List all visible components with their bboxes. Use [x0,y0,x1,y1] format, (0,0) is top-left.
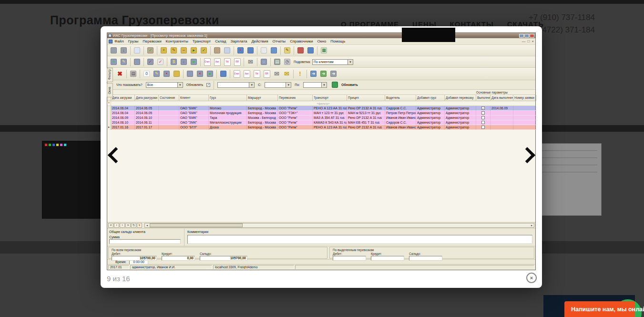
done-checkbox[interactable] [476,116,491,120]
drivers-blue-icon[interactable] [306,46,316,55]
truck-go-icon[interactable]: ▸ [205,69,215,79]
to-combo[interactable]: ▼ [303,82,327,88]
trip-edit-icon[interactable]: ✎ [119,57,129,67]
column-header[interactable]: Добавил груз [416,95,445,101]
chat-widget[interactable]: Напишите нам, мы онлайн! [564,301,635,317]
menu-item-Перевозки[interactable]: Перевозки [143,39,161,43]
menu-item-Отчеты[interactable]: Отчеты [272,39,286,43]
driver-icon[interactable] [218,69,228,79]
cash-register-icon[interactable]: ▤ [272,57,282,67]
forward-green-icon[interactable]: ➜ [318,69,328,79]
truck-pin-icon[interactable]: • [162,69,172,79]
pl-doc-button[interactable]: ПЛ [232,57,242,67]
warning-icon[interactable]: ! [295,69,305,79]
tab-filter[interactable]: Фильтр [107,68,113,82]
auto-update-checkbox[interactable]: ✓ [206,83,210,87]
invoice-doc-button[interactable]: Счет [232,69,242,79]
tn-doc-button[interactable]: ТН [222,57,232,67]
column-header[interactable]: Перевозчик [278,95,313,101]
cargo-add-icon[interactable]: + [159,46,169,55]
grid-last-button[interactable]: » [125,223,131,228]
grid-refresh-button[interactable]: ↻ [131,223,136,228]
trip-confirm-icon[interactable]: ✓ [145,57,155,67]
column-header[interactable]: Добавил перевозку [445,95,476,101]
mail-yellow-icon[interactable]: ✉ [282,69,292,79]
done-checkbox[interactable] [476,120,491,125]
forward-gray-icon[interactable]: ➜ [328,69,338,79]
menu-item-Грузы[interactable]: Грузы [128,39,139,43]
trip-add-icon[interactable]: + [109,57,119,67]
trip-search-icon[interactable]: ◌ [259,57,269,67]
minimize-button[interactable] [519,34,524,38]
package-icon[interactable] [172,69,182,79]
mdi-restore-button[interactable]: □ [527,39,530,43]
period-combo[interactable]: ▼ [217,82,255,88]
cargo-remove-icon[interactable]: − [179,46,189,55]
database-archive-icon[interactable] [109,46,119,55]
doc-edit-icon[interactable]: ✎ [282,46,292,55]
comments-input[interactable] [187,235,532,244]
truck-edit-icon[interactable]: ✎ [152,69,162,79]
menu-item-Справочники[interactable]: Справочники [290,39,313,43]
column-header[interactable]: Прицеп [347,95,385,101]
grid-prev-button[interactable]: ‹ [114,223,119,228]
table-row[interactable]: 2014.06.042014.06.05ОАО "БМК"Молочная пр… [107,111,535,116]
waybill-doc-icon[interactable] [259,46,269,55]
cargo-run-icon[interactable]: ▸ [189,46,199,55]
column-header[interactable]: Состояние [159,95,179,101]
print-icon[interactable]: ▤ [128,69,138,79]
contact-call-icon[interactable]: • [235,46,245,55]
menu-item-Действия[interactable]: Действия [251,39,268,43]
report-green-icon[interactable]: ▦ [319,46,329,55]
truck-cancel-icon[interactable]: × [195,69,205,79]
table-row[interactable]: 2014.06.042014.06.05ОАО "БМК"МолокоБелго… [107,106,535,111]
stopwatch-icon[interactable]: ◷ [282,57,292,67]
lightbox-close-button[interactable]: × [526,273,537,283]
column-header[interactable]: Номер заявки [513,95,536,101]
truck-icon[interactable] [269,46,279,55]
sum-input[interactable] [109,239,181,244]
menu-item-Помощь[interactable]: Помощь [330,39,345,43]
invoice-doc-button[interactable]: Счет [202,57,212,67]
column-header[interactable]: Водитель [385,95,416,101]
trip-cancel-icon[interactable]: ↓ [179,57,189,67]
mail-icon[interactable]: ✉ [245,57,256,67]
forward-blue-icon[interactable]: ➜ [308,69,318,79]
menu-item-Окно[interactable]: Окно [317,39,327,43]
cargo-done-icon[interactable]: ✓ [199,46,209,55]
close-window-button[interactable] [530,34,534,38]
column-header[interactable]: Транспорт [313,95,347,101]
from-combo[interactable]: ▼ [265,82,291,88]
table-row[interactable]: ▸2017.01.162017.01.17ООО "БТЛ"ДоскаБелго… [107,125,535,130]
cargo-edit-icon[interactable]: ✎ [169,46,179,55]
client-icon[interactable] [212,46,222,55]
column-header[interactable]: Груз [209,95,247,101]
mdi-minimize-button[interactable]: — [521,39,525,43]
menu-item-Контрагенты[interactable]: Контрагенты [166,39,188,43]
column-header[interactable]: Клиент [179,95,209,101]
zero-balance-icon[interactable]: 0 [142,69,152,79]
truck-gray-icon[interactable] [185,69,195,79]
table-filter-row[interactable]: ▼ <фильтр> [107,101,535,106]
scrollbar-thumb[interactable] [150,223,243,227]
mail-white-icon[interactable]: ✉ [272,69,282,79]
table-row[interactable]: 2014.06.092014.06.10ОАО "БМК"ТараМосква … [107,116,535,120]
client-alt-icon[interactable] [222,46,232,55]
mdi-close-button[interactable]: × [532,39,534,43]
column-header[interactable]: Дата разгрузки [135,95,159,101]
menu-item-Зарплата[interactable]: Зарплата [230,39,247,43]
done-checkbox[interactable] [476,111,491,116]
new-window-icon[interactable] [132,46,142,55]
grid-filter-button[interactable]: ▼ [137,223,142,228]
menu-item-Файл[interactable]: Файл [114,39,124,43]
maximize-button[interactable] [524,34,529,38]
grid-first-button[interactable]: « [108,223,113,228]
trip-coin-icon[interactable]: $ [169,57,179,67]
horizontal-scrollbar[interactable]: ◂ ▸ [144,223,534,228]
column-header[interactable]: Дата выполнения [491,95,513,101]
pl-doc-button[interactable]: ПЛ [262,69,272,79]
tn-doc-button[interactable]: ТН [252,69,262,79]
highlight-combo[interactable]: По клиентам ▼ [312,59,353,65]
scroll-right-icon[interactable]: ▸ [530,223,534,227]
act-doc-button[interactable]: Акт [212,57,222,67]
